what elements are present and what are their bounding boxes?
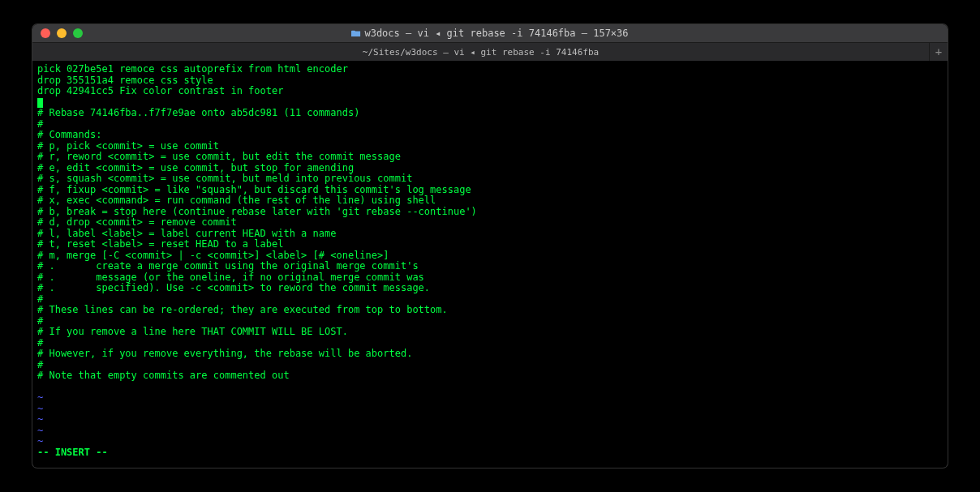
terminal-line: # m, merge [-C <commit> | -c <commit>] <… [37,250,943,262]
folder-icon [351,29,361,37]
terminal-line: # t, reset <label> = reset HEAD to a lab… [37,239,943,250]
terminal-line: # Commands: [37,130,943,141]
terminal-line: ~ [37,426,943,437]
terminal-line: # p, pick <commit> = use commit [37,141,943,152]
terminal-line: # s, squash <commit> = use commit, but m… [37,173,943,185]
terminal-line: # l, label <label> = label current HEAD … [37,229,943,240]
terminal-line: # b, break = stop here (continue rebase … [37,207,943,218]
terminal-line: # Rebase 74146fba..f7f7e9ae onto ab5dc98… [37,108,943,119]
titlebar[interactable]: w3docs — vi ◂ git rebase -i 74146fba — 1… [32,24,948,42]
terminal-line: ~ [37,436,943,447]
terminal-line: # [37,338,943,349]
terminal-line: # [37,119,943,130]
plus-icon: + [935,45,942,58]
terminal-line: ~ [37,404,943,415]
terminal-content[interactable]: pick 027be5e1 remoce css autoprefix from… [32,61,948,461]
terminal-line: # e, edit <commit> = use commit, but sto… [37,163,943,174]
cursor [37,98,43,108]
terminal-line: # x, exec <command> = run command (the r… [37,195,943,207]
terminal-line: # These lines can be re-ordered; they ar… [37,305,943,316]
tabbar: ~/Sites/w3docs — vi ◂ git rebase -i 7414… [32,42,948,61]
terminal-window: w3docs — vi ◂ git rebase -i 74146fba — 1… [32,24,948,468]
terminal-line [37,97,943,109]
terminal-line: # Note that empty commits are commented … [37,370,943,382]
tab-active[interactable]: ~/Sites/w3docs — vi ◂ git rebase -i 7414… [32,47,929,58]
terminal-line: -- INSERT -- [37,447,943,459]
terminal-line: # f, fixup <commit> = like "squash", but… [37,185,943,196]
terminal-line: ~ [37,392,943,404]
terminal-line: # . create a merge commit using the orig… [37,261,943,272]
terminal-line: # If you remove a line here THAT COMMIT … [37,327,943,338]
terminal-line: # r, reword <commit> = use commit, but e… [37,152,943,163]
window-title-text: w3docs — vi ◂ git rebase -i 74146fba — 1… [364,28,628,39]
terminal-line: # However, if you remove everything, the… [37,349,943,360]
add-tab-button[interactable]: + [929,43,948,61]
terminal-line: pick 027be5e1 remoce css autoprefix from… [37,64,943,75]
window-title: w3docs — vi ◂ git rebase -i 74146fba — 1… [32,28,948,39]
terminal-line: # [37,316,943,327]
terminal-line: # d, drop <commit> = remove commit [37,217,943,229]
terminal-line: # . specified). Use -c <commit> to rewor… [37,283,943,294]
terminal-line [37,382,943,393]
terminal-line: drop 42941cc5 Fix color contrast in foot… [37,86,943,97]
terminal-line: # . message (or the oneline, if no origi… [37,272,943,284]
terminal-line: ~ [37,414,943,426]
tab-label: ~/Sites/w3docs — vi ◂ git rebase -i 7414… [363,47,599,58]
terminal-line: drop 355151a4 remoce css style [37,75,943,87]
terminal-line: # [37,360,943,371]
terminal-line: # [37,294,943,306]
